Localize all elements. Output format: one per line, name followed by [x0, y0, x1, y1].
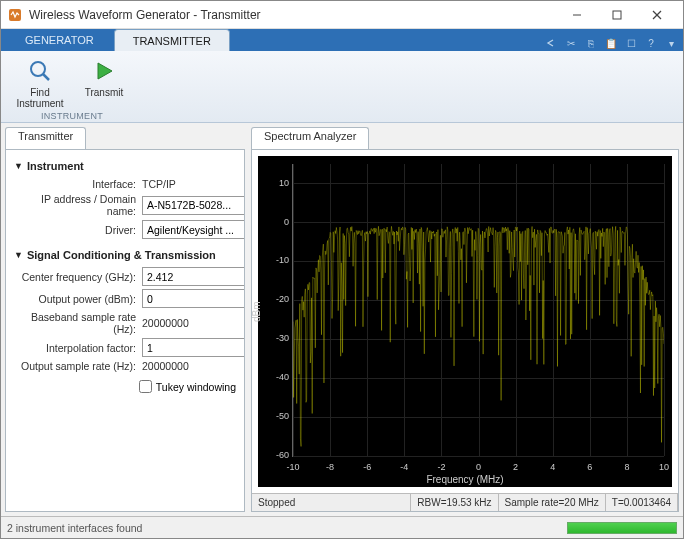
find-instrument-button[interactable]: Find Instrument — [13, 55, 67, 111]
app-window: Wireless Waveform Generator - Transmitte… — [0, 0, 684, 539]
body-area: Transmitter ▼ Instrument Interface: TCP/… — [1, 123, 683, 516]
qat-cut-icon[interactable]: ✂ — [563, 35, 579, 51]
close-button[interactable] — [637, 2, 677, 28]
x-axis-label: Frequency (MHz) — [426, 474, 503, 485]
ip-input[interactable] — [142, 196, 245, 215]
tukey-label: Tukey windowing — [156, 381, 236, 393]
ribbon-quickaccess: ✂ ⎘ 📋 ☐ ? ▾ — [543, 35, 683, 51]
progress-bar — [567, 522, 677, 534]
qat-dropdown-icon[interactable]: ▾ — [663, 35, 679, 51]
app-icon — [7, 7, 23, 23]
plot-area: 100-10-20-30-40-50-60-10-8-6-4-20246810 — [292, 164, 664, 457]
output-power-label: Output power (dBm): — [14, 293, 142, 305]
interface-value: TCP/IP — [142, 178, 236, 190]
right-panel: Spectrum Analyzer dBm 100-10-20-30-40-50… — [251, 127, 679, 512]
toolgroup-instrument: Find Instrument Transmit INSTRUMENT — [7, 55, 137, 122]
tab-generator[interactable]: GENERATOR — [7, 29, 112, 51]
status-rbw: RBW=19.53 kHz — [411, 494, 498, 511]
titlebar: Wireless Waveform Generator - Transmitte… — [1, 1, 683, 29]
x-tick: 4 — [550, 462, 555, 472]
svg-point-5 — [31, 62, 45, 76]
driver-input[interactable] — [142, 220, 245, 239]
driver-label: Driver: — [14, 224, 142, 236]
left-panel: Transmitter ▼ Instrument Interface: TCP/… — [5, 127, 245, 512]
transmit-button[interactable]: Transmit — [77, 55, 131, 111]
y-tick: -20 — [263, 294, 289, 304]
maximize-button[interactable] — [597, 2, 637, 28]
spectrum-plot[interactable]: dBm 100-10-20-30-40-50-60-10-8-6-4-20246… — [258, 156, 672, 487]
qat-help-icon[interactable]: ? — [643, 35, 659, 51]
y-tick: 0 — [263, 217, 289, 227]
y-tick: -30 — [263, 333, 289, 343]
y-tick: -50 — [263, 411, 289, 421]
spectrum-statusbar: Stopped RBW=19.53 kHz Sample rate=20 MHz… — [252, 493, 678, 511]
interp-label: Interpolation factor: — [14, 342, 142, 354]
baseband-rate-label: Baseband sample rate (Hz): — [14, 311, 142, 335]
svg-marker-7 — [98, 63, 112, 79]
left-panel-body: ▼ Instrument Interface: TCP/IP IP addres… — [5, 149, 245, 512]
minimize-button[interactable] — [557, 2, 597, 28]
x-tick: -2 — [437, 462, 445, 472]
spectrum-tab[interactable]: Spectrum Analyzer — [251, 127, 369, 149]
qat-layout-icon[interactable]: ☐ — [623, 35, 639, 51]
spectrum-body: dBm 100-10-20-30-40-50-60-10-8-6-4-20246… — [251, 149, 679, 512]
output-rate-label: Output sample rate (Hz): — [14, 360, 142, 372]
status-time: T=0.0013464 — [606, 494, 678, 511]
x-tick: -8 — [326, 462, 334, 472]
ip-label: IP address / Domain name: — [14, 193, 142, 217]
x-tick: 10 — [659, 462, 669, 472]
y-tick: -40 — [263, 372, 289, 382]
x-tick: 2 — [513, 462, 518, 472]
baseband-rate-value: 20000000 — [142, 317, 236, 329]
window-statusbar: 2 instrument interfaces found — [1, 516, 683, 538]
toolgroup-label: INSTRUMENT — [13, 111, 131, 123]
magnifier-icon — [26, 57, 54, 85]
y-axis-label: dBm — [251, 301, 262, 322]
status-rate: Sample rate=20 MHz — [499, 494, 606, 511]
section-instrument-header[interactable]: ▼ Instrument — [14, 160, 236, 172]
footer-status-text: 2 instrument interfaces found — [7, 522, 142, 534]
y-tick: -60 — [263, 450, 289, 460]
transmit-label: Transmit — [85, 87, 124, 98]
y-tick: 10 — [263, 178, 289, 188]
play-icon — [90, 57, 118, 85]
ribbon-tab-row: GENERATOR TRANSMITTER ✂ ⎘ 📋 ☐ ? ▾ — [1, 29, 683, 51]
svg-rect-0 — [9, 9, 21, 21]
spectrum-trace — [293, 164, 664, 456]
x-tick: 0 — [476, 462, 481, 472]
qat-paste-icon[interactable]: 📋 — [603, 35, 619, 51]
find-instrument-label: Find Instrument — [16, 87, 63, 109]
x-tick: 8 — [624, 462, 629, 472]
svg-line-6 — [43, 74, 49, 80]
interp-input[interactable] — [142, 338, 245, 357]
tukey-checkbox[interactable] — [139, 380, 152, 393]
left-panel-tab[interactable]: Transmitter — [5, 127, 86, 149]
x-tick: 6 — [587, 462, 592, 472]
section-instrument-title: Instrument — [27, 160, 84, 172]
window-title: Wireless Waveform Generator - Transmitte… — [29, 8, 557, 22]
toolstrip: Find Instrument Transmit INSTRUMENT — [1, 51, 683, 123]
x-tick: -6 — [363, 462, 371, 472]
x-tick: -4 — [400, 462, 408, 472]
qat-copy-icon[interactable]: ⎘ — [583, 35, 599, 51]
output-power-input[interactable] — [142, 289, 245, 308]
center-freq-input[interactable] — [142, 267, 245, 286]
collapse-triangle-icon: ▼ — [14, 161, 23, 171]
tab-transmitter[interactable]: TRANSMITTER — [114, 29, 230, 51]
interface-label: Interface: — [14, 178, 142, 190]
collapse-triangle-icon: ▼ — [14, 250, 23, 260]
qat-undo-icon[interactable] — [543, 35, 559, 51]
x-tick: -10 — [286, 462, 299, 472]
svg-rect-2 — [613, 11, 621, 19]
y-tick: -10 — [263, 255, 289, 265]
section-signal-title: Signal Conditioning & Transmission — [27, 249, 216, 261]
center-freq-label: Center frequency (GHz): — [14, 271, 142, 283]
section-signal-header[interactable]: ▼ Signal Conditioning & Transmission — [14, 249, 236, 261]
output-rate-value: 20000000 — [142, 360, 236, 372]
status-state: Stopped — [252, 494, 411, 511]
